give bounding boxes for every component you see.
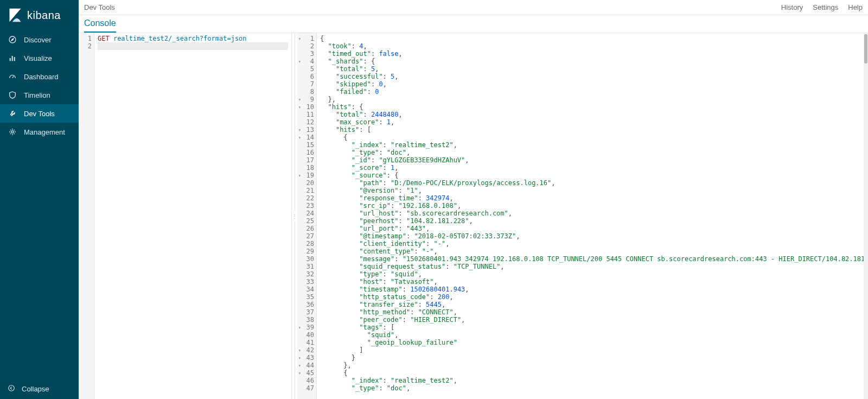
sidebar-item-dev-tools[interactable]: Dev Tools: [0, 104, 79, 123]
sidebar-collapse-button[interactable]: Collapse: [0, 379, 79, 399]
brand-name: kibana: [27, 9, 61, 22]
collapse-icon: [8, 384, 15, 394]
svg-rect-1: [10, 58, 11, 61]
kibana-logo-icon: [8, 8, 23, 23]
sidebar-item-label: Discover: [24, 36, 52, 44]
request-line-gutter: 12: [79, 33, 94, 399]
sidebar-item-discover[interactable]: Discover: [0, 30, 79, 49]
collapse-label: Collapse: [22, 385, 49, 393]
settings-link[interactable]: Settings: [813, 3, 838, 11]
sidebar-item-label: Management: [24, 128, 65, 136]
gear-icon: [8, 127, 17, 137]
tab-console[interactable]: Console: [84, 15, 116, 33]
response-scrollbar[interactable]: [864, 33, 868, 399]
history-link[interactable]: History: [781, 3, 803, 11]
sidebar-item-dashboard[interactable]: Dashboard: [0, 67, 79, 86]
request-editor[interactable]: GET realtime_test2/_search?format=json: [94, 33, 291, 399]
response-panel: 1234567891011121314151617181920212223242…: [297, 33, 868, 399]
main: Dev Tools History Settings Help Console …: [79, 0, 868, 399]
sidebar-item-label: Dashboard: [24, 73, 59, 81]
svg-rect-3: [14, 57, 15, 61]
response-line-gutter: 1234567891011121314151617181920212223242…: [297, 33, 317, 399]
svg-line-4: [12, 76, 14, 78]
sidebar-item-timelion[interactable]: Timelion: [0, 86, 79, 104]
shield-icon: [8, 90, 17, 100]
request-panel: 12 GET realtime_test2/_search?format=jso…: [79, 33, 292, 399]
top-links: History Settings Help: [781, 3, 863, 11]
panels: 12 GET realtime_test2/_search?format=jso…: [79, 33, 868, 399]
svg-rect-2: [12, 56, 13, 61]
breadcrumb: Dev Tools: [84, 3, 781, 11]
wrench-icon: [8, 109, 17, 118]
panel-splitter[interactable]: ⋮: [292, 33, 297, 399]
svg-point-5: [11, 131, 14, 133]
sidebar-item-label: Dev Tools: [24, 110, 55, 118]
sidebar-item-label: Timelion: [24, 91, 50, 99]
response-viewer[interactable]: { "took": 4, "timed_out": false, "_shard…: [317, 33, 864, 399]
svg-point-6: [9, 385, 15, 391]
compass-icon: [8, 35, 17, 45]
splitter-handle-icon: ⋮: [292, 211, 297, 221]
logo[interactable]: kibana: [0, 0, 79, 30]
tabs: Console: [79, 15, 868, 33]
gauge-icon: [8, 72, 17, 81]
help-link[interactable]: Help: [848, 3, 863, 11]
scrollbar-thumb[interactable]: [864, 34, 867, 64]
bar-chart-icon: [8, 53, 17, 63]
topbar: Dev Tools History Settings Help: [79, 0, 868, 15]
sidebar-item-management[interactable]: Management: [0, 123, 79, 141]
sidebar-item-visualize[interactable]: Visualize: [0, 49, 79, 67]
sidebar-item-label: Visualize: [24, 54, 52, 62]
nav: Discover Visualize Dashboard Timelion De…: [0, 30, 79, 379]
sidebar: kibana Discover Visualize Dashboard Time…: [0, 0, 79, 399]
